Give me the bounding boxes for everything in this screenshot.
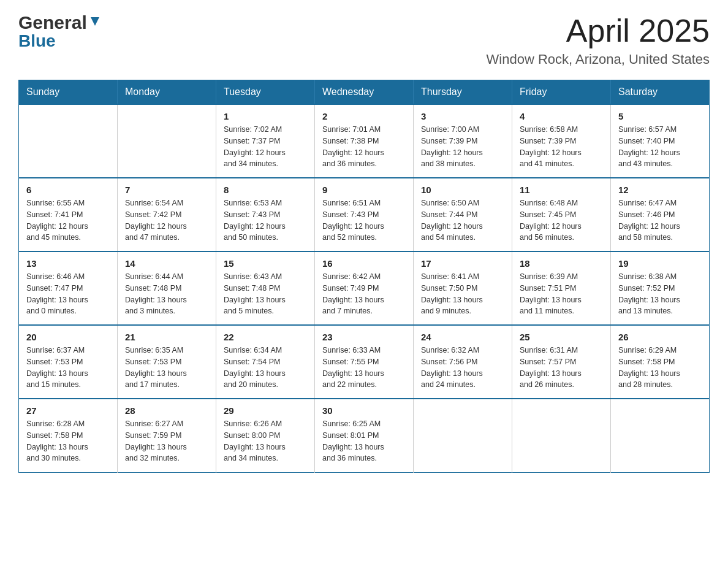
location-title: Window Rock, Arizona, United States	[487, 52, 710, 67]
calendar-cell: 28Sunrise: 6:27 AM Sunset: 7:59 PM Dayli…	[118, 399, 216, 472]
day-number: 25	[520, 332, 603, 342]
day-number: 6	[26, 185, 110, 195]
day-number: 16	[322, 258, 406, 269]
day-number: 2	[322, 111, 406, 121]
day-info: Sunrise: 6:44 AM Sunset: 7:48 PM Dayligh…	[125, 271, 208, 317]
calendar-cell: 29Sunrise: 6:26 AM Sunset: 8:00 PM Dayli…	[216, 399, 315, 472]
day-info: Sunrise: 6:46 AM Sunset: 7:47 PM Dayligh…	[26, 271, 110, 317]
calendar-cell: 5Sunrise: 6:57 AM Sunset: 7:40 PM Daylig…	[611, 104, 710, 178]
calendar-week-row: 27Sunrise: 6:28 AM Sunset: 7:58 PM Dayli…	[19, 399, 710, 472]
day-number: 5	[618, 111, 702, 121]
day-info: Sunrise: 6:26 AM Sunset: 8:00 PM Dayligh…	[224, 418, 307, 464]
day-number: 13	[26, 258, 110, 269]
calendar-cell: 6Sunrise: 6:55 AM Sunset: 7:41 PM Daylig…	[19, 178, 118, 251]
day-info: Sunrise: 6:51 AM Sunset: 7:43 PM Dayligh…	[322, 197, 406, 243]
day-info: Sunrise: 6:31 AM Sunset: 7:57 PM Dayligh…	[520, 345, 603, 391]
calendar-header-tuesday: Tuesday	[216, 80, 315, 105]
calendar-cell: 23Sunrise: 6:33 AM Sunset: 7:55 PM Dayli…	[315, 325, 414, 399]
calendar-cell: 2Sunrise: 7:01 AM Sunset: 7:38 PM Daylig…	[315, 104, 414, 178]
day-info: Sunrise: 6:47 AM Sunset: 7:46 PM Dayligh…	[618, 197, 702, 243]
calendar-week-row: 20Sunrise: 6:37 AM Sunset: 7:53 PM Dayli…	[19, 325, 710, 399]
day-number: 27	[26, 405, 110, 416]
day-info: Sunrise: 6:43 AM Sunset: 7:48 PM Dayligh…	[224, 271, 307, 317]
month-title: April 2025	[487, 12, 710, 49]
day-info: Sunrise: 6:42 AM Sunset: 7:49 PM Dayligh…	[322, 271, 406, 317]
calendar-table: SundayMondayTuesdayWednesdayThursdayFrid…	[18, 80, 710, 473]
day-info: Sunrise: 7:02 AM Sunset: 7:37 PM Dayligh…	[224, 124, 307, 170]
day-info: Sunrise: 6:25 AM Sunset: 8:01 PM Dayligh…	[322, 418, 406, 464]
calendar-cell: 1Sunrise: 7:02 AM Sunset: 7:37 PM Daylig…	[216, 104, 315, 178]
day-info: Sunrise: 6:38 AM Sunset: 7:52 PM Dayligh…	[618, 271, 702, 317]
calendar-header-thursday: Thursday	[414, 80, 512, 105]
day-info: Sunrise: 6:48 AM Sunset: 7:45 PM Dayligh…	[520, 197, 603, 243]
day-number: 21	[125, 332, 208, 342]
day-info: Sunrise: 6:37 AM Sunset: 7:53 PM Dayligh…	[26, 345, 110, 391]
calendar-cell: 21Sunrise: 6:35 AM Sunset: 7:53 PM Dayli…	[118, 325, 216, 399]
page-header: General Blue April 2025 Window Rock, Ari…	[18, 12, 710, 67]
calendar-cell: 22Sunrise: 6:34 AM Sunset: 7:54 PM Dayli…	[216, 325, 315, 399]
day-info: Sunrise: 7:01 AM Sunset: 7:38 PM Dayligh…	[322, 124, 406, 170]
calendar-cell	[19, 104, 118, 178]
calendar-cell: 11Sunrise: 6:48 AM Sunset: 7:45 PM Dayli…	[512, 178, 611, 251]
calendar-cell: 17Sunrise: 6:41 AM Sunset: 7:50 PM Dayli…	[414, 251, 512, 325]
calendar-header-sunday: Sunday	[19, 80, 118, 105]
calendar-cell: 8Sunrise: 6:53 AM Sunset: 7:43 PM Daylig…	[216, 178, 315, 251]
day-number: 26	[618, 332, 702, 342]
calendar-cell: 16Sunrise: 6:42 AM Sunset: 7:49 PM Dayli…	[315, 251, 414, 325]
day-number: 24	[421, 332, 504, 342]
day-number: 7	[125, 185, 208, 195]
calendar-cell: 19Sunrise: 6:38 AM Sunset: 7:52 PM Dayli…	[611, 251, 710, 325]
logo-name: General Blue	[18, 12, 102, 50]
calendar-cell	[611, 399, 710, 472]
calendar-cell: 9Sunrise: 6:51 AM Sunset: 7:43 PM Daylig…	[315, 178, 414, 251]
day-number: 29	[224, 405, 307, 416]
calendar-header-row: SundayMondayTuesdayWednesdayThursdayFrid…	[19, 80, 710, 105]
day-number: 17	[421, 258, 504, 269]
day-number: 1	[224, 111, 307, 121]
day-number: 28	[125, 405, 208, 416]
calendar-cell	[414, 399, 512, 472]
day-number: 15	[224, 258, 307, 269]
day-info: Sunrise: 6:57 AM Sunset: 7:40 PM Dayligh…	[618, 124, 702, 170]
svg-marker-0	[91, 17, 99, 26]
calendar-header-monday: Monday	[118, 80, 216, 105]
calendar-cell: 27Sunrise: 6:28 AM Sunset: 7:58 PM Dayli…	[19, 399, 118, 472]
day-number: 4	[520, 111, 603, 121]
calendar-header-wednesday: Wednesday	[315, 80, 414, 105]
day-info: Sunrise: 6:55 AM Sunset: 7:41 PM Dayligh…	[26, 197, 110, 243]
day-number: 10	[421, 185, 504, 195]
day-info: Sunrise: 6:54 AM Sunset: 7:42 PM Dayligh…	[125, 197, 208, 243]
day-number: 30	[322, 405, 406, 416]
day-number: 19	[618, 258, 702, 269]
day-info: Sunrise: 6:58 AM Sunset: 7:39 PM Dayligh…	[520, 124, 603, 170]
calendar-week-row: 13Sunrise: 6:46 AM Sunset: 7:47 PM Dayli…	[19, 251, 710, 325]
day-number: 11	[520, 185, 603, 195]
calendar-cell: 14Sunrise: 6:44 AM Sunset: 7:48 PM Dayli…	[118, 251, 216, 325]
day-number: 3	[421, 111, 504, 121]
day-info: Sunrise: 6:53 AM Sunset: 7:43 PM Dayligh…	[224, 197, 307, 243]
day-info: Sunrise: 6:29 AM Sunset: 7:58 PM Dayligh…	[618, 345, 702, 391]
day-number: 20	[26, 332, 110, 342]
calendar-header-friday: Friday	[512, 80, 611, 105]
calendar-cell: 20Sunrise: 6:37 AM Sunset: 7:53 PM Dayli…	[19, 325, 118, 399]
logo-arrow-icon	[88, 15, 102, 28]
day-info: Sunrise: 6:28 AM Sunset: 7:58 PM Dayligh…	[26, 418, 110, 464]
day-info: Sunrise: 6:33 AM Sunset: 7:55 PM Dayligh…	[322, 345, 406, 391]
calendar-cell: 3Sunrise: 7:00 AM Sunset: 7:39 PM Daylig…	[414, 104, 512, 178]
calendar-cell	[118, 104, 216, 178]
title-block: April 2025 Window Rock, Arizona, United …	[487, 12, 710, 67]
calendar-cell: 30Sunrise: 6:25 AM Sunset: 8:01 PM Dayli…	[315, 399, 414, 472]
day-info: Sunrise: 6:34 AM Sunset: 7:54 PM Dayligh…	[224, 345, 307, 391]
day-info: Sunrise: 6:32 AM Sunset: 7:56 PM Dayligh…	[421, 345, 504, 391]
day-number: 14	[125, 258, 208, 269]
day-number: 18	[520, 258, 603, 269]
calendar-cell: 26Sunrise: 6:29 AM Sunset: 7:58 PM Dayli…	[611, 325, 710, 399]
day-info: Sunrise: 7:00 AM Sunset: 7:39 PM Dayligh…	[421, 124, 504, 170]
day-info: Sunrise: 6:39 AM Sunset: 7:51 PM Dayligh…	[520, 271, 603, 317]
calendar-cell: 15Sunrise: 6:43 AM Sunset: 7:48 PM Dayli…	[216, 251, 315, 325]
calendar-cell	[512, 399, 611, 472]
day-number: 8	[224, 185, 307, 195]
day-number: 23	[322, 332, 406, 342]
day-info: Sunrise: 6:41 AM Sunset: 7:50 PM Dayligh…	[421, 271, 504, 317]
day-info: Sunrise: 6:35 AM Sunset: 7:53 PM Dayligh…	[125, 345, 208, 391]
